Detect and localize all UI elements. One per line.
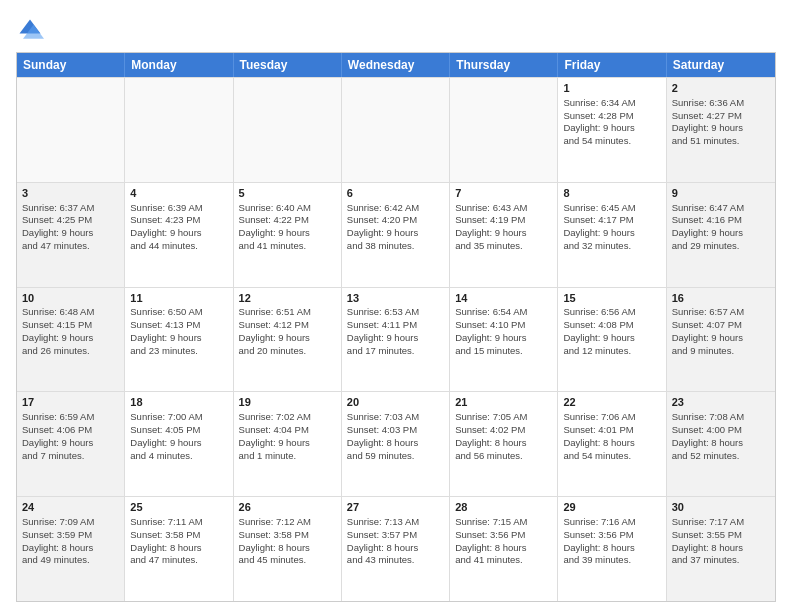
calendar-day-15: 15Sunrise: 6:56 AM Sunset: 4:08 PM Dayli… — [558, 288, 666, 392]
day-info: Sunrise: 6:34 AM Sunset: 4:28 PM Dayligh… — [563, 97, 660, 148]
calendar-day-8: 8Sunrise: 6:45 AM Sunset: 4:17 PM Daylig… — [558, 183, 666, 287]
day-number: 15 — [563, 291, 660, 306]
calendar-empty-cell — [342, 78, 450, 182]
day-number: 18 — [130, 395, 227, 410]
day-number: 28 — [455, 500, 552, 515]
calendar-day-10: 10Sunrise: 6:48 AM Sunset: 4:15 PM Dayli… — [17, 288, 125, 392]
calendar-day-28: 28Sunrise: 7:15 AM Sunset: 3:56 PM Dayli… — [450, 497, 558, 601]
calendar-day-29: 29Sunrise: 7:16 AM Sunset: 3:56 PM Dayli… — [558, 497, 666, 601]
calendar-day-16: 16Sunrise: 6:57 AM Sunset: 4:07 PM Dayli… — [667, 288, 775, 392]
calendar-day-20: 20Sunrise: 7:03 AM Sunset: 4:03 PM Dayli… — [342, 392, 450, 496]
weekday-header-wednesday: Wednesday — [342, 53, 450, 77]
day-info: Sunrise: 6:54 AM Sunset: 4:10 PM Dayligh… — [455, 306, 552, 357]
calendar-day-26: 26Sunrise: 7:12 AM Sunset: 3:58 PM Dayli… — [234, 497, 342, 601]
calendar-week-3: 10Sunrise: 6:48 AM Sunset: 4:15 PM Dayli… — [17, 287, 775, 392]
day-number: 20 — [347, 395, 444, 410]
logo-icon — [16, 16, 44, 44]
calendar-week-5: 24Sunrise: 7:09 AM Sunset: 3:59 PM Dayli… — [17, 496, 775, 601]
day-info: Sunrise: 6:53 AM Sunset: 4:11 PM Dayligh… — [347, 306, 444, 357]
day-number: 8 — [563, 186, 660, 201]
calendar: SundayMondayTuesdayWednesdayThursdayFrid… — [16, 52, 776, 602]
day-number: 1 — [563, 81, 660, 96]
header — [16, 16, 776, 44]
day-number: 14 — [455, 291, 552, 306]
day-number: 10 — [22, 291, 119, 306]
calendar-day-21: 21Sunrise: 7:05 AM Sunset: 4:02 PM Dayli… — [450, 392, 558, 496]
page: SundayMondayTuesdayWednesdayThursdayFrid… — [0, 0, 792, 612]
day-number: 25 — [130, 500, 227, 515]
weekday-header-sunday: Sunday — [17, 53, 125, 77]
day-number: 17 — [22, 395, 119, 410]
day-info: Sunrise: 6:57 AM Sunset: 4:07 PM Dayligh… — [672, 306, 770, 357]
calendar-day-9: 9Sunrise: 6:47 AM Sunset: 4:16 PM Daylig… — [667, 183, 775, 287]
day-info: Sunrise: 7:15 AM Sunset: 3:56 PM Dayligh… — [455, 516, 552, 567]
calendar-empty-cell — [450, 78, 558, 182]
calendar-empty-cell — [17, 78, 125, 182]
calendar-empty-cell — [125, 78, 233, 182]
day-info: Sunrise: 6:37 AM Sunset: 4:25 PM Dayligh… — [22, 202, 119, 253]
day-info: Sunrise: 7:00 AM Sunset: 4:05 PM Dayligh… — [130, 411, 227, 462]
day-number: 21 — [455, 395, 552, 410]
day-info: Sunrise: 6:59 AM Sunset: 4:06 PM Dayligh… — [22, 411, 119, 462]
day-number: 6 — [347, 186, 444, 201]
day-info: Sunrise: 7:02 AM Sunset: 4:04 PM Dayligh… — [239, 411, 336, 462]
logo — [16, 16, 48, 44]
day-number: 23 — [672, 395, 770, 410]
calendar-day-1: 1Sunrise: 6:34 AM Sunset: 4:28 PM Daylig… — [558, 78, 666, 182]
day-info: Sunrise: 7:17 AM Sunset: 3:55 PM Dayligh… — [672, 516, 770, 567]
calendar-day-5: 5Sunrise: 6:40 AM Sunset: 4:22 PM Daylig… — [234, 183, 342, 287]
calendar-week-4: 17Sunrise: 6:59 AM Sunset: 4:06 PM Dayli… — [17, 391, 775, 496]
calendar-day-13: 13Sunrise: 6:53 AM Sunset: 4:11 PM Dayli… — [342, 288, 450, 392]
day-info: Sunrise: 6:50 AM Sunset: 4:13 PM Dayligh… — [130, 306, 227, 357]
day-number: 5 — [239, 186, 336, 201]
day-number: 13 — [347, 291, 444, 306]
day-info: Sunrise: 6:48 AM Sunset: 4:15 PM Dayligh… — [22, 306, 119, 357]
day-info: Sunrise: 6:45 AM Sunset: 4:17 PM Dayligh… — [563, 202, 660, 253]
calendar-day-17: 17Sunrise: 6:59 AM Sunset: 4:06 PM Dayli… — [17, 392, 125, 496]
day-number: 29 — [563, 500, 660, 515]
calendar-day-14: 14Sunrise: 6:54 AM Sunset: 4:10 PM Dayli… — [450, 288, 558, 392]
day-info: Sunrise: 7:05 AM Sunset: 4:02 PM Dayligh… — [455, 411, 552, 462]
weekday-header-thursday: Thursday — [450, 53, 558, 77]
calendar-week-2: 3Sunrise: 6:37 AM Sunset: 4:25 PM Daylig… — [17, 182, 775, 287]
day-number: 26 — [239, 500, 336, 515]
day-info: Sunrise: 7:06 AM Sunset: 4:01 PM Dayligh… — [563, 411, 660, 462]
calendar-day-4: 4Sunrise: 6:39 AM Sunset: 4:23 PM Daylig… — [125, 183, 233, 287]
day-number: 4 — [130, 186, 227, 201]
day-info: Sunrise: 6:40 AM Sunset: 4:22 PM Dayligh… — [239, 202, 336, 253]
day-number: 27 — [347, 500, 444, 515]
day-number: 19 — [239, 395, 336, 410]
calendar-day-7: 7Sunrise: 6:43 AM Sunset: 4:19 PM Daylig… — [450, 183, 558, 287]
calendar-day-2: 2Sunrise: 6:36 AM Sunset: 4:27 PM Daylig… — [667, 78, 775, 182]
calendar-week-1: 1Sunrise: 6:34 AM Sunset: 4:28 PM Daylig… — [17, 77, 775, 182]
calendar-day-22: 22Sunrise: 7:06 AM Sunset: 4:01 PM Dayli… — [558, 392, 666, 496]
day-number: 30 — [672, 500, 770, 515]
weekday-header-monday: Monday — [125, 53, 233, 77]
weekday-header-tuesday: Tuesday — [234, 53, 342, 77]
calendar-empty-cell — [234, 78, 342, 182]
day-number: 16 — [672, 291, 770, 306]
weekday-header-saturday: Saturday — [667, 53, 775, 77]
day-number: 12 — [239, 291, 336, 306]
day-info: Sunrise: 7:11 AM Sunset: 3:58 PM Dayligh… — [130, 516, 227, 567]
calendar-day-6: 6Sunrise: 6:42 AM Sunset: 4:20 PM Daylig… — [342, 183, 450, 287]
day-number: 24 — [22, 500, 119, 515]
day-number: 22 — [563, 395, 660, 410]
calendar-header: SundayMondayTuesdayWednesdayThursdayFrid… — [17, 53, 775, 77]
day-info: Sunrise: 6:56 AM Sunset: 4:08 PM Dayligh… — [563, 306, 660, 357]
day-number: 7 — [455, 186, 552, 201]
day-info: Sunrise: 6:51 AM Sunset: 4:12 PM Dayligh… — [239, 306, 336, 357]
day-info: Sunrise: 7:16 AM Sunset: 3:56 PM Dayligh… — [563, 516, 660, 567]
day-info: Sunrise: 7:12 AM Sunset: 3:58 PM Dayligh… — [239, 516, 336, 567]
day-number: 2 — [672, 81, 770, 96]
day-number: 11 — [130, 291, 227, 306]
calendar-body: 1Sunrise: 6:34 AM Sunset: 4:28 PM Daylig… — [17, 77, 775, 601]
calendar-day-3: 3Sunrise: 6:37 AM Sunset: 4:25 PM Daylig… — [17, 183, 125, 287]
calendar-day-19: 19Sunrise: 7:02 AM Sunset: 4:04 PM Dayli… — [234, 392, 342, 496]
calendar-day-30: 30Sunrise: 7:17 AM Sunset: 3:55 PM Dayli… — [667, 497, 775, 601]
day-number: 3 — [22, 186, 119, 201]
day-info: Sunrise: 6:47 AM Sunset: 4:16 PM Dayligh… — [672, 202, 770, 253]
calendar-day-24: 24Sunrise: 7:09 AM Sunset: 3:59 PM Dayli… — [17, 497, 125, 601]
day-info: Sunrise: 6:36 AM Sunset: 4:27 PM Dayligh… — [672, 97, 770, 148]
weekday-header-friday: Friday — [558, 53, 666, 77]
